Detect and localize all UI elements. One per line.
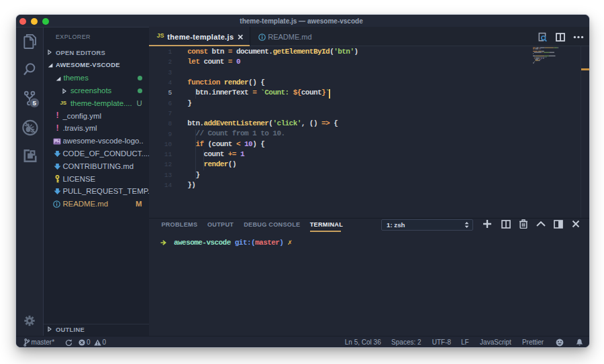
svg-text:5: 5 [33,99,37,107]
